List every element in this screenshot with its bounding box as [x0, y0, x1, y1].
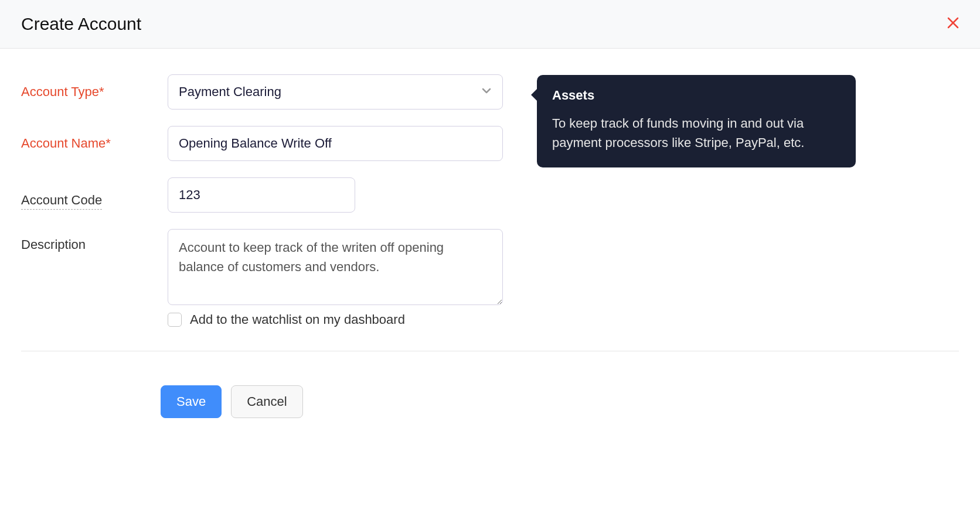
watchlist-label: Add to the watchlist on my dashboard [190, 312, 405, 327]
cancel-button[interactable]: Cancel [231, 385, 302, 418]
account-name-input[interactable] [168, 126, 503, 161]
dialog-footer: Save Cancel [0, 369, 980, 435]
close-icon[interactable] [947, 17, 959, 31]
account-code-row: Account Code [21, 177, 959, 213]
dialog-header: Create Account [0, 0, 980, 49]
description-row: Description [21, 229, 959, 305]
save-button[interactable]: Save [161, 385, 222, 418]
account-type-select[interactable]: Payment Clearing [168, 74, 503, 110]
watchlist-row: Add to the watchlist on my dashboard [168, 312, 959, 327]
watchlist-checkbox[interactable] [168, 313, 182, 327]
account-name-label: Account Name* [21, 136, 168, 151]
account-code-label: Account Code [21, 184, 102, 210]
dialog-title: Create Account [21, 14, 141, 34]
account-type-label: Account Type* [21, 84, 168, 100]
account-type-tooltip: Assets To keep track of funds moving in … [537, 75, 856, 167]
account-type-value: Payment Clearing [179, 84, 281, 100]
account-code-input[interactable] [168, 177, 355, 213]
tooltip-title: Assets [552, 88, 841, 103]
description-label: Description [21, 229, 168, 252]
description-textarea[interactable] [168, 229, 503, 305]
tooltip-body: To keep track of funds moving in and out… [552, 114, 841, 152]
divider [21, 351, 959, 351]
